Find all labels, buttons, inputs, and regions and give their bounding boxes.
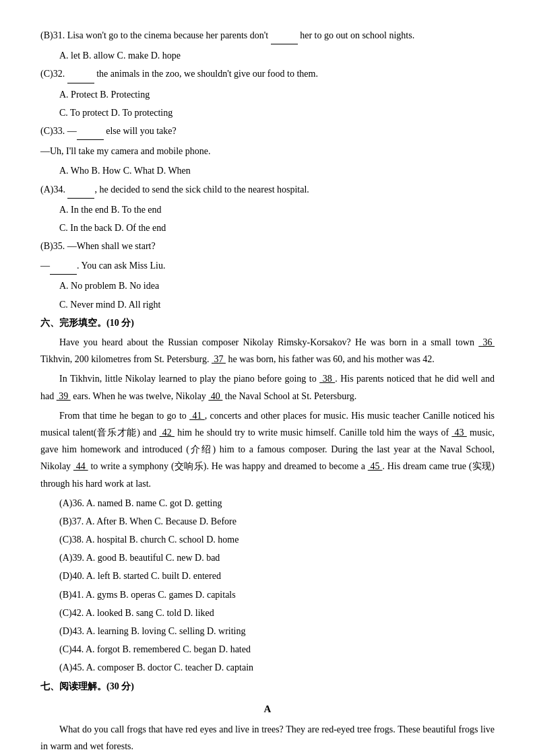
- q32-options1: A. Protect B. Protecting: [40, 86, 495, 103]
- blank-45: 45: [368, 461, 383, 471]
- q43: (D)43. A. learning B. loving C. selling …: [40, 623, 495, 640]
- q35-reply: — . You can ask Miss Liu.: [40, 257, 495, 275]
- question-35: (B)35. —When shall we start?: [40, 238, 495, 254]
- q31-text: (B)31. Lisa won't go to the cinema becau…: [40, 30, 414, 40]
- q41: (B)41. A. gyms B. operas C. games D. cap…: [40, 586, 495, 603]
- q35-options2: C. Never mind D. All right: [40, 296, 495, 313]
- blank-40: 40: [208, 391, 222, 401]
- q34-options1: A. In the end B. To the end: [40, 201, 495, 218]
- question-33: (C)33. — else will you take?: [40, 123, 495, 140]
- q37: (B)37. A. After B. When C. Because D. Be…: [40, 513, 495, 530]
- q33-reply: —Uh, I'll take my camera and mobile phon…: [40, 143, 495, 160]
- blank-39: 39: [57, 391, 71, 401]
- q35-options1: A. No problem B. No idea: [40, 277, 495, 294]
- q45: (A)45. A. composer B. doctor C. teacher …: [40, 659, 495, 676]
- q35-blank: [50, 257, 77, 275]
- q31-options: A. let B. allow C. make D. hope: [40, 47, 495, 64]
- q32-options2: C. To protect D. To protecting: [40, 104, 495, 121]
- q34-blank: [67, 181, 94, 199]
- passage2: In Tikhvin, little Nikolay learned to pl…: [40, 370, 495, 404]
- question-34: (A)34. , he decided to send the sick chi…: [40, 181, 495, 199]
- q36: (A)36. A. named B. name C. got D. gettin…: [40, 495, 495, 512]
- that-word: that: [148, 724, 162, 734]
- blank-44: 44: [73, 461, 88, 471]
- blank-37: 37: [212, 354, 226, 364]
- blank-38: 38: [319, 374, 335, 384]
- q44: (C)44. A. forgot B. remembered C. began …: [40, 641, 495, 658]
- blank-43: 43: [451, 427, 466, 438]
- q34-options2: C. In the back D. Of the end: [40, 219, 495, 236]
- q39: (A)39. A. good B. beautiful C. new D. ba…: [40, 549, 495, 566]
- q32-blank: [67, 65, 94, 83]
- blank-41: 41: [189, 411, 205, 421]
- q42: (C)42. A. looked B. sang C. told D. like…: [40, 605, 495, 621]
- q38: (C)38. A. hospital B. church C. school D…: [40, 531, 495, 548]
- passage1: Have you heard about the Russian compose…: [40, 334, 495, 368]
- section7-title: 七、阅读理解。(30 分): [40, 678, 495, 695]
- question-32: (C)32. the animals in the zoo, we should…: [40, 65, 495, 83]
- reading-a-p1: What do you call frogs that have red eye…: [40, 721, 495, 755]
- q31-blank: [271, 27, 298, 44]
- blank-36: 36: [478, 337, 495, 347]
- question-31: (B)31. Lisa won't go to the cinema becau…: [40, 27, 495, 44]
- q33-blank: [77, 123, 104, 140]
- blank-42: 42: [160, 427, 175, 438]
- content: (B)31. Lisa won't go to the cinema becau…: [40, 27, 495, 756]
- q40: (D)40. A. left B. started C. built D. en…: [40, 568, 495, 584]
- section6-title: 六、完形填空。(10 分): [40, 314, 495, 331]
- q33-options: A. Who B. How C. What D. When: [40, 162, 495, 179]
- page: (B)31. Lisa won't go to the cinema becau…: [0, 0, 535, 756]
- passage3: From that time he began to go to 41 , co…: [40, 407, 495, 492]
- reading-a-title: A: [40, 700, 495, 718]
